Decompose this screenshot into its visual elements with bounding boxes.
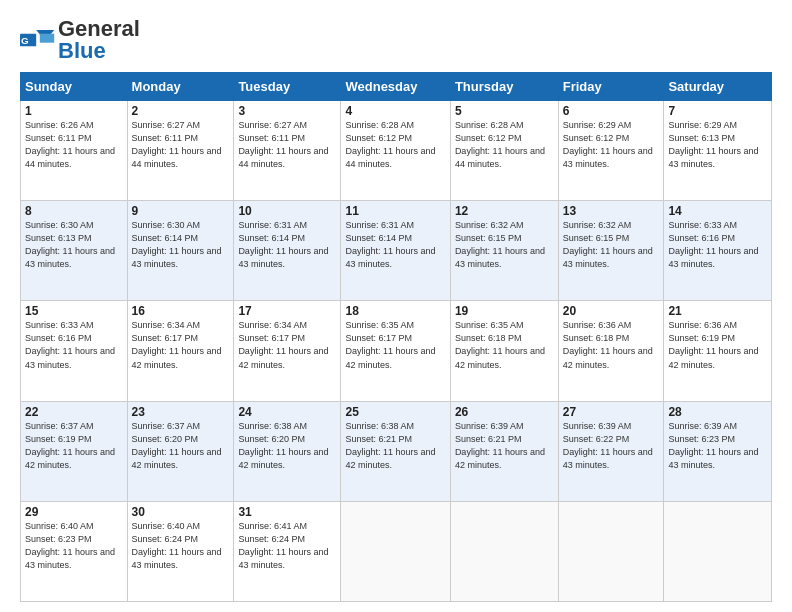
calendar-cell: 1Sunrise: 6:26 AMSunset: 6:11 PMDaylight…: [21, 101, 128, 201]
day-info: Sunrise: 6:30 AMSunset: 6:13 PMDaylight:…: [25, 219, 123, 271]
day-number: 17: [238, 304, 336, 318]
day-info: Sunrise: 6:27 AMSunset: 6:11 PMDaylight:…: [132, 119, 230, 171]
calendar-cell: 27Sunrise: 6:39 AMSunset: 6:22 PMDayligh…: [558, 401, 664, 501]
day-info: Sunrise: 6:36 AMSunset: 6:18 PMDaylight:…: [563, 319, 660, 371]
day-info: Sunrise: 6:28 AMSunset: 6:12 PMDaylight:…: [345, 119, 445, 171]
day-info: Sunrise: 6:39 AMSunset: 6:23 PMDaylight:…: [668, 420, 767, 472]
day-number: 8: [25, 204, 123, 218]
day-info: Sunrise: 6:40 AMSunset: 6:23 PMDaylight:…: [25, 520, 123, 572]
calendar-cell: 28Sunrise: 6:39 AMSunset: 6:23 PMDayligh…: [664, 401, 772, 501]
day-number: 31: [238, 505, 336, 519]
day-number: 20: [563, 304, 660, 318]
day-info: Sunrise: 6:35 AMSunset: 6:17 PMDaylight:…: [345, 319, 445, 371]
col-header-monday: Monday: [127, 73, 234, 101]
day-info: Sunrise: 6:38 AMSunset: 6:20 PMDaylight:…: [238, 420, 336, 472]
day-info: Sunrise: 6:37 AMSunset: 6:19 PMDaylight:…: [25, 420, 123, 472]
day-info: Sunrise: 6:36 AMSunset: 6:19 PMDaylight:…: [668, 319, 767, 371]
col-header-saturday: Saturday: [664, 73, 772, 101]
day-number: 10: [238, 204, 336, 218]
day-info: Sunrise: 6:27 AMSunset: 6:11 PMDaylight:…: [238, 119, 336, 171]
calendar-cell: 24Sunrise: 6:38 AMSunset: 6:20 PMDayligh…: [234, 401, 341, 501]
calendar-cell: 18Sunrise: 6:35 AMSunset: 6:17 PMDayligh…: [341, 301, 450, 401]
day-info: Sunrise: 6:35 AMSunset: 6:18 PMDaylight:…: [455, 319, 554, 371]
calendar-cell: 7Sunrise: 6:29 AMSunset: 6:13 PMDaylight…: [664, 101, 772, 201]
day-number: 18: [345, 304, 445, 318]
calendar-cell: 23Sunrise: 6:37 AMSunset: 6:20 PMDayligh…: [127, 401, 234, 501]
calendar-cell: [341, 501, 450, 601]
page: G General Blue SundayMondayTuesdayWednes…: [0, 0, 792, 612]
day-info: Sunrise: 6:31 AMSunset: 6:14 PMDaylight:…: [345, 219, 445, 271]
day-info: Sunrise: 6:31 AMSunset: 6:14 PMDaylight:…: [238, 219, 336, 271]
day-info: Sunrise: 6:32 AMSunset: 6:15 PMDaylight:…: [563, 219, 660, 271]
day-number: 19: [455, 304, 554, 318]
calendar-cell: 29Sunrise: 6:40 AMSunset: 6:23 PMDayligh…: [21, 501, 128, 601]
header-row: SundayMondayTuesdayWednesdayThursdayFrid…: [21, 73, 772, 101]
day-info: Sunrise: 6:39 AMSunset: 6:22 PMDaylight:…: [563, 420, 660, 472]
calendar-cell: 4Sunrise: 6:28 AMSunset: 6:12 PMDaylight…: [341, 101, 450, 201]
calendar-cell: [558, 501, 664, 601]
day-number: 11: [345, 204, 445, 218]
day-info: Sunrise: 6:41 AMSunset: 6:24 PMDaylight:…: [238, 520, 336, 572]
calendar-cell: 26Sunrise: 6:39 AMSunset: 6:21 PMDayligh…: [450, 401, 558, 501]
calendar-cell: [450, 501, 558, 601]
day-number: 3: [238, 104, 336, 118]
day-number: 6: [563, 104, 660, 118]
day-info: Sunrise: 6:33 AMSunset: 6:16 PMDaylight:…: [668, 219, 767, 271]
week-row-1: 1Sunrise: 6:26 AMSunset: 6:11 PMDaylight…: [21, 101, 772, 201]
day-number: 14: [668, 204, 767, 218]
day-number: 22: [25, 405, 123, 419]
calendar: SundayMondayTuesdayWednesdayThursdayFrid…: [20, 72, 772, 602]
calendar-cell: 13Sunrise: 6:32 AMSunset: 6:15 PMDayligh…: [558, 201, 664, 301]
calendar-cell: 21Sunrise: 6:36 AMSunset: 6:19 PMDayligh…: [664, 301, 772, 401]
calendar-cell: 8Sunrise: 6:30 AMSunset: 6:13 PMDaylight…: [21, 201, 128, 301]
calendar-cell: 10Sunrise: 6:31 AMSunset: 6:14 PMDayligh…: [234, 201, 341, 301]
calendar-cell: [664, 501, 772, 601]
day-info: Sunrise: 6:33 AMSunset: 6:16 PMDaylight:…: [25, 319, 123, 371]
logo: G General Blue: [20, 18, 140, 62]
day-number: 21: [668, 304, 767, 318]
day-info: Sunrise: 6:39 AMSunset: 6:21 PMDaylight:…: [455, 420, 554, 472]
day-number: 16: [132, 304, 230, 318]
week-row-3: 15Sunrise: 6:33 AMSunset: 6:16 PMDayligh…: [21, 301, 772, 401]
day-info: Sunrise: 6:37 AMSunset: 6:20 PMDaylight:…: [132, 420, 230, 472]
calendar-cell: 2Sunrise: 6:27 AMSunset: 6:11 PMDaylight…: [127, 101, 234, 201]
col-header-friday: Friday: [558, 73, 664, 101]
calendar-cell: 19Sunrise: 6:35 AMSunset: 6:18 PMDayligh…: [450, 301, 558, 401]
day-info: Sunrise: 6:32 AMSunset: 6:15 PMDaylight:…: [455, 219, 554, 271]
day-info: Sunrise: 6:34 AMSunset: 6:17 PMDaylight:…: [238, 319, 336, 371]
day-number: 5: [455, 104, 554, 118]
day-number: 27: [563, 405, 660, 419]
day-info: Sunrise: 6:38 AMSunset: 6:21 PMDaylight:…: [345, 420, 445, 472]
calendar-cell: 12Sunrise: 6:32 AMSunset: 6:15 PMDayligh…: [450, 201, 558, 301]
calendar-cell: 6Sunrise: 6:29 AMSunset: 6:12 PMDaylight…: [558, 101, 664, 201]
day-number: 24: [238, 405, 336, 419]
week-row-5: 29Sunrise: 6:40 AMSunset: 6:23 PMDayligh…: [21, 501, 772, 601]
day-info: Sunrise: 6:40 AMSunset: 6:24 PMDaylight:…: [132, 520, 230, 572]
calendar-cell: 15Sunrise: 6:33 AMSunset: 6:16 PMDayligh…: [21, 301, 128, 401]
logo-text: General Blue: [58, 18, 140, 62]
col-header-tuesday: Tuesday: [234, 73, 341, 101]
calendar-cell: 14Sunrise: 6:33 AMSunset: 6:16 PMDayligh…: [664, 201, 772, 301]
calendar-body: 1Sunrise: 6:26 AMSunset: 6:11 PMDaylight…: [21, 101, 772, 602]
day-number: 23: [132, 405, 230, 419]
day-info: Sunrise: 6:29 AMSunset: 6:12 PMDaylight:…: [563, 119, 660, 171]
day-number: 25: [345, 405, 445, 419]
day-info: Sunrise: 6:29 AMSunset: 6:13 PMDaylight:…: [668, 119, 767, 171]
header: G General Blue: [20, 18, 772, 62]
day-number: 2: [132, 104, 230, 118]
day-info: Sunrise: 6:34 AMSunset: 6:17 PMDaylight:…: [132, 319, 230, 371]
col-header-sunday: Sunday: [21, 73, 128, 101]
calendar-cell: 11Sunrise: 6:31 AMSunset: 6:14 PMDayligh…: [341, 201, 450, 301]
week-row-4: 22Sunrise: 6:37 AMSunset: 6:19 PMDayligh…: [21, 401, 772, 501]
col-header-thursday: Thursday: [450, 73, 558, 101]
day-number: 26: [455, 405, 554, 419]
calendar-cell: 5Sunrise: 6:28 AMSunset: 6:12 PMDaylight…: [450, 101, 558, 201]
day-info: Sunrise: 6:30 AMSunset: 6:14 PMDaylight:…: [132, 219, 230, 271]
calendar-cell: 20Sunrise: 6:36 AMSunset: 6:18 PMDayligh…: [558, 301, 664, 401]
day-number: 9: [132, 204, 230, 218]
day-number: 4: [345, 104, 445, 118]
day-number: 28: [668, 405, 767, 419]
calendar-header: SundayMondayTuesdayWednesdayThursdayFrid…: [21, 73, 772, 101]
day-number: 1: [25, 104, 123, 118]
svg-marker-3: [40, 34, 54, 43]
